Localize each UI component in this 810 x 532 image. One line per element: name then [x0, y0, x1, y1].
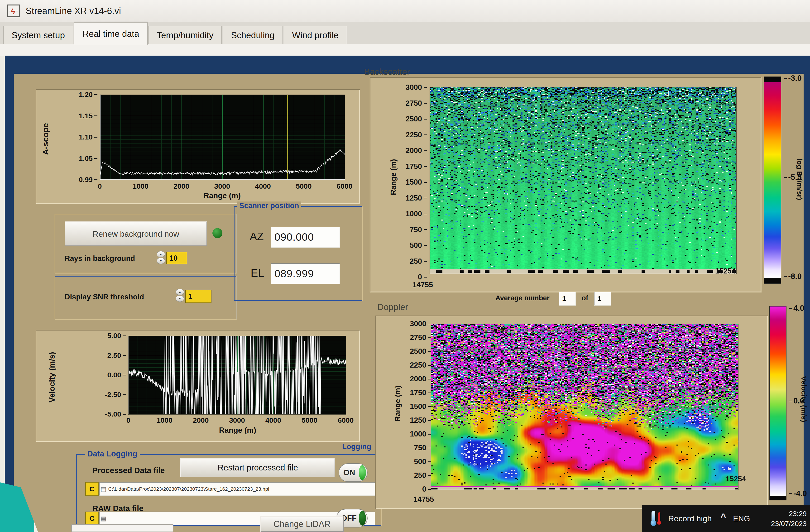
renew-background-button[interactable]: Renew background now	[65, 222, 207, 246]
backscatter-color-gradient	[764, 82, 781, 278]
on-label: ON	[343, 468, 355, 477]
ascope-y-ticks: 1.201.151.101.050.99	[64, 91, 97, 184]
backscatter-panel: Range (m) 300027502500225020001750150012…	[370, 77, 761, 292]
tab-temp-humidity[interactable]: Temp/humidity	[148, 26, 222, 44]
velocity-x-ticks: 0100020003000400050006000	[128, 416, 346, 424]
path-type-icon: ▤	[100, 485, 107, 493]
background-controls-group: Renew background now Rays in background …	[55, 214, 237, 273]
snr-value[interactable]: 1	[185, 290, 211, 303]
doppler-color-gradient	[770, 307, 786, 496]
photo-of-monitor: StreamLine XR v14-6.vi System setupReal …	[0, 0, 810, 532]
processed-data-file-label: Processed Data file	[93, 466, 165, 475]
tab-page-top	[0, 44, 810, 55]
background-status-led	[212, 228, 222, 238]
colorbar-top-cap	[764, 77, 781, 82]
processed-path-text: C:\Lidar\Data\Proc\2023\202307\20230723\…	[108, 486, 269, 492]
snr-spinner[interactable]: ▲▼	[176, 289, 184, 302]
velocity-plot	[128, 336, 346, 415]
taskbar-app-label[interactable]: Record high	[668, 514, 712, 523]
rays-spinner[interactable]: ▲▼	[157, 251, 165, 264]
window-title: StreamLine XR v14-6.vi	[26, 6, 121, 16]
doppler-heatmap	[431, 324, 739, 490]
backscatter-y-ticks: 3000275025002250200017501500125010007505…	[398, 83, 427, 281]
ascope-plot	[100, 95, 345, 180]
on-led-icon	[359, 465, 366, 480]
processed-path-field[interactable]: ▤ C:\Lidar\Data\Proc\2023\202307\2023072…	[99, 482, 375, 496]
average-of-label: of	[582, 294, 588, 302]
velocity-x-axis-label: Range (m)	[190, 426, 285, 435]
backscatter-colorbar-label: log B (/m/sr)	[794, 124, 805, 235]
average-number-label: Average number	[496, 294, 550, 302]
tab-strip: System setupReal time dataTemp/humidityS…	[0, 22, 810, 44]
windows-taskbar: Record high ^ ENG 23:29 23/07/2023	[642, 505, 810, 532]
clock-date: 23/07/2023	[771, 519, 807, 529]
scanner-position-title: Scanner position	[237, 201, 301, 210]
partial-button-cut-off[interactable]	[71, 524, 174, 532]
window-left-edge	[0, 55, 5, 532]
doppler-panel: Range (m) 300027502500225020001750150012…	[375, 316, 768, 509]
data-logging-title: Data Logging	[85, 449, 140, 458]
doppler-colorbar	[770, 306, 787, 500]
ascope-x-axis-label: Range (m)	[175, 191, 270, 200]
doppler-y-axis-label: Range (m)	[392, 370, 403, 437]
tray-chevron-icon[interactable]: ^	[720, 511, 726, 523]
clock[interactable]: 23:29 23/07/2023	[771, 509, 807, 529]
language-indicator[interactable]: ENG	[733, 514, 750, 523]
processed-logging-on-toggle[interactable]: ON	[339, 463, 368, 482]
average-number-field[interactable]: 1	[559, 292, 576, 306]
el-label: EL	[251, 267, 264, 279]
backscatter-y-axis-label: Range (m)	[388, 144, 399, 210]
logging-label: Logging	[342, 442, 371, 451]
velocity-y-ticks: 5.002.500.00-2.50-5.00	[93, 332, 126, 418]
doppler-title: Doppler	[377, 302, 408, 312]
rays-in-background-label: Rays in background	[65, 254, 135, 263]
ascope-y-axis-label: A-scope	[40, 108, 51, 170]
window-titlebar: StreamLine XR v14-6.vi	[0, 0, 810, 22]
change-lidar-button[interactable]: Change LiDAR	[260, 516, 344, 532]
colorbar-bottom-cap	[764, 278, 781, 283]
velocity-graph-panel: Velocity (m/s) 5.002.500.00-2.50-5.00 01…	[36, 330, 360, 442]
tab-scheduling[interactable]: Scheduling	[223, 26, 283, 44]
path-type-icon: ▤	[100, 515, 107, 522]
backscatter-x-start: 14755	[412, 280, 433, 289]
tab-wind-profile[interactable]: Wind profile	[284, 26, 347, 44]
rays-value[interactable]: 10	[166, 252, 187, 264]
clock-time: 23:29	[771, 509, 807, 519]
main-panel: A-scope 1.201.151.101.050.99 01000200030…	[14, 74, 804, 532]
off-led-icon	[359, 511, 366, 526]
el-field[interactable]: 089.999	[271, 263, 340, 284]
backscatter-colorbar	[764, 77, 781, 284]
scanner-position-group: Scanner position AZ 090.000 EL 089.999	[234, 206, 362, 301]
tab-real-time-data[interactable]: Real time data	[74, 22, 148, 45]
doppler-y-ticks: 3000275025002250200017501500125010007505…	[403, 320, 431, 494]
doppler-x-end: 15254	[708, 475, 746, 483]
backscatter-heatmap	[430, 87, 736, 274]
thermometer-icon[interactable]	[650, 510, 663, 527]
az-field[interactable]: 090.000	[271, 227, 340, 247]
ascope-graph-panel: A-scope 1.201.151.101.050.99 01000200030…	[36, 89, 360, 204]
backscatter-x-end: 15254	[698, 267, 735, 275]
average-total-field[interactable]: 1	[594, 292, 611, 306]
doppler-colorbar-label: Velocity (m/s)	[798, 340, 809, 458]
backscatter-title: Backscatter	[364, 67, 410, 77]
velocity-y-axis-label: Velocity (m/s)	[47, 342, 58, 413]
doppler-x-start: 14755	[414, 495, 434, 504]
restart-processed-file-button[interactable]: Restart processed file	[180, 458, 335, 477]
tab-system-setup[interactable]: System setup	[3, 26, 73, 44]
snr-threshold-group: Display SNR threshold ▲▼ 1	[55, 276, 237, 319]
data-logging-group: Data Logging Processed Data file Restart…	[76, 454, 382, 526]
raw-drive-icon: C	[85, 512, 99, 525]
processed-drive-icon: C	[85, 482, 99, 496]
ascope-x-ticks: 0100020003000400050006000	[100, 182, 344, 190]
labview-vi-icon	[7, 4, 20, 17]
colorbar-bottom-cap	[770, 496, 786, 500]
az-label: AZ	[250, 230, 264, 243]
snr-threshold-label: Display SNR threshold	[65, 293, 144, 301]
